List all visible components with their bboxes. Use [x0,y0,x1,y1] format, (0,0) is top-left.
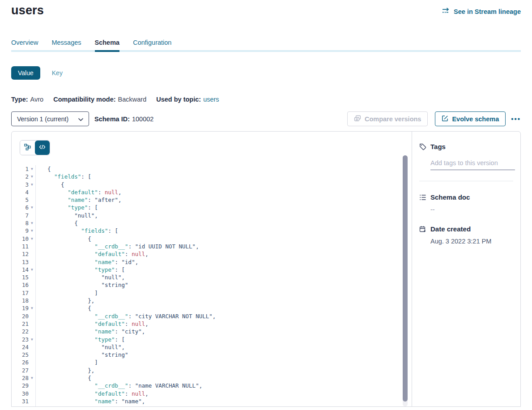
line-number: 11 [12,243,29,250]
editor-scrollbar-thumb[interactable] [403,155,408,401]
code-text: }, [35,297,412,304]
fold-toggle-icon [29,397,35,405]
fold-toggle-icon [29,359,35,366]
line-number: 29 [12,382,29,389]
fold-toggle-icon[interactable]: ▼ [29,173,35,180]
code-text: "__crdb__": "city VARCHAR NOT NULL", [35,312,412,320]
code-line: 12 "default": null, [12,250,412,258]
fold-toggle-icon[interactable]: ▼ [29,266,35,273]
date-created-section: Date created Aug. 3 2022 3:21 PM [419,225,513,245]
code-text: "null", [35,343,412,351]
list-icon [419,194,426,201]
evolve-schema-button[interactable]: Evolve schema [435,111,506,126]
value-toggle-button[interactable]: Value [11,66,40,80]
line-number: 3 [12,181,29,188]
code-text: "type": [ [35,405,412,407]
code-text: "string" [35,351,412,359]
tab-schema[interactable]: Schema [95,39,120,52]
code-line: 9▼ "fields": [ [12,227,412,235]
schema-panel: 1▼{2▼ "fields": [3▼ {4 "default": null,5… [11,131,521,407]
fold-toggle-icon [29,328,35,335]
line-number: 14 [12,266,29,273]
fold-toggle-icon[interactable]: ▼ [29,336,35,343]
version-select[interactable]: Version 1 (current) [11,111,89,126]
line-number: 5 [12,196,29,204]
fold-toggle-icon [29,250,35,258]
fold-toggle-icon [29,390,35,397]
fold-toggle-icon[interactable]: ▼ [29,204,35,211]
compare-versions-label: Compare versions [365,115,421,123]
compare-versions-button[interactable]: Compare versions [347,111,428,126]
code-line: 30 "default": null, [12,390,412,397]
fold-toggle-icon [29,312,35,320]
code-text: { [35,374,412,382]
code-text: }, [35,367,412,374]
fold-toggle-icon[interactable]: ▼ [29,235,35,243]
chevron-down-icon [78,115,83,123]
schema-json-editor[interactable]: 1▼{2▼ "fields": [3▼ {4 "default": null,5… [12,165,412,407]
tree-view-button[interactable] [20,141,35,155]
used-by-topic-label: Used by topic: [156,96,201,103]
code-line: 23▼ "type": [ [12,336,412,343]
code-text: ] [35,289,412,297]
tab-bar: Overview Messages Schema Configuration [11,39,521,52]
fold-toggle-icon[interactable]: ▼ [29,165,35,173]
line-number: 18 [12,297,29,304]
code-text: "default": null, [35,188,412,196]
editor-view-toggle [20,140,50,155]
tags-heading-label: Tags [430,143,446,150]
add-tags-input[interactable] [430,159,515,170]
editor-scrollbar[interactable] [403,155,408,406]
topic-link[interactable]: users [203,96,219,103]
code-line: 7 "null", [12,212,412,219]
fold-toggle-icon [29,382,35,389]
key-toggle-button[interactable]: Key [52,69,63,77]
fold-toggle-icon[interactable]: ▼ [29,405,35,407]
schema-doc-section: Schema doc -- [419,193,513,213]
page-header: users See in Stream lineage [11,4,521,17]
schema-id-value: 100002 [132,115,153,123]
code-line: 6▼ "type": [ [12,204,412,211]
code-line: 28▼ { [12,374,412,382]
code-line: 18 }, [12,297,412,304]
fold-toggle-icon [29,196,35,204]
line-number: 25 [12,351,29,359]
version-select-value: Version 1 (current) [17,115,68,123]
code-line: 4 "default": null, [12,188,412,196]
code-view-button[interactable] [35,141,50,155]
code-text: "null", [35,273,412,281]
line-number: 1 [12,165,29,173]
fold-toggle-icon [29,258,35,266]
compatibility-value: Backward [118,96,147,103]
fold-toggle-icon [29,367,35,374]
line-number: 7 [12,212,29,219]
code-line: 1▼{ [12,165,412,173]
stream-lineage-link[interactable]: See in Stream lineage [442,7,521,16]
more-actions-button[interactable]: ••• [511,115,521,123]
fold-toggle-icon[interactable]: ▼ [29,227,35,235]
code-line: 14▼ "type": [ [12,266,412,273]
tag-icon [419,143,426,150]
code-text: { [35,165,412,173]
line-number: 19 [12,304,29,312]
fold-toggle-icon[interactable]: ▼ [29,374,35,382]
code-line: 22 "name": "city", [12,328,412,335]
code-line: 2▼ "fields": [ [12,173,412,180]
line-number: 2 [12,173,29,180]
line-number: 22 [12,328,29,335]
line-number: 16 [12,281,29,289]
schema-code-pane: 1▼{2▼ "fields": [3▼ {4 "default": null,5… [12,132,412,406]
line-number: 24 [12,343,29,351]
tab-underline-track [11,50,521,52]
schema-id-label: Schema ID: [94,115,130,123]
line-number: 13 [12,258,29,266]
code-text: "default": null, [35,320,412,328]
fold-toggle-icon[interactable]: ▼ [29,219,35,227]
fold-toggle-icon[interactable]: ▼ [29,304,35,312]
fold-toggle-icon[interactable]: ▼ [29,181,35,188]
code-text: "string" [35,281,412,289]
code-text: "default": null, [35,390,412,397]
line-number: 26 [12,359,29,366]
line-number: 9 [12,227,29,235]
line-number: 32 [12,405,29,407]
